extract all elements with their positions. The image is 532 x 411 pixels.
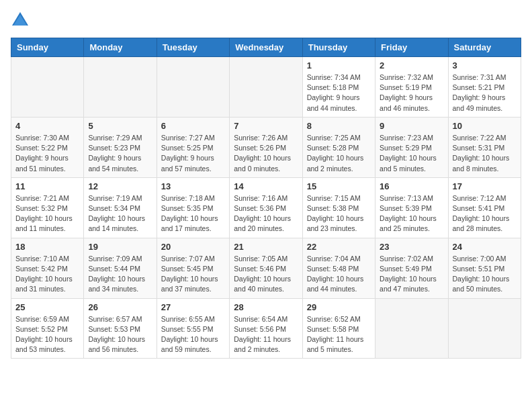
day-number: 3 [453, 60, 517, 71]
logo-icon [11, 11, 30, 30]
calendar-cell [375, 298, 448, 359]
column-header-friday: Friday [375, 38, 448, 57]
day-info: Sunrise: 7:30 AMSunset: 5:22 PMDaylight:… [15, 133, 79, 174]
day-info: Sunrise: 7:10 AMSunset: 5:42 PMDaylight:… [15, 254, 79, 295]
calendar-cell: 6Sunrise: 7:27 AMSunset: 5:25 PMDaylight… [157, 117, 229, 177]
calendar-cell [84, 57, 157, 118]
day-number: 12 [88, 181, 152, 191]
day-info: Sunrise: 7:12 AMSunset: 5:41 PMDaylight:… [453, 193, 517, 234]
column-header-saturday: Saturday [448, 38, 521, 57]
day-number: 4 [15, 121, 79, 131]
day-number: 23 [380, 242, 443, 252]
day-number: 16 [380, 181, 443, 191]
column-header-monday: Monday [84, 38, 157, 57]
day-info: Sunrise: 7:32 AMSunset: 5:19 PMDaylight:… [380, 73, 443, 113]
day-number: 24 [453, 242, 517, 252]
day-info: Sunrise: 6:54 AMSunset: 5:56 PMDaylight:… [234, 314, 298, 355]
calendar-cell: 12Sunrise: 7:19 AMSunset: 5:34 PMDayligh… [84, 177, 157, 238]
calendar-cell: 19Sunrise: 7:09 AMSunset: 5:44 PMDayligh… [84, 238, 157, 298]
calendar-cell: 5Sunrise: 7:29 AMSunset: 5:23 PMDaylight… [84, 117, 157, 177]
day-number: 1 [307, 60, 371, 71]
day-info: Sunrise: 7:04 AMSunset: 5:48 PMDaylight:… [307, 254, 371, 295]
day-info: Sunrise: 7:13 AMSunset: 5:39 PMDaylight:… [380, 193, 443, 234]
calendar-cell: 13Sunrise: 7:18 AMSunset: 5:35 PMDayligh… [157, 177, 229, 238]
day-info: Sunrise: 7:34 AMSunset: 5:18 PMDaylight:… [307, 73, 371, 113]
calendar-cell: 11Sunrise: 7:21 AMSunset: 5:32 PMDayligh… [11, 177, 84, 238]
day-number: 19 [88, 242, 152, 252]
day-info: Sunrise: 7:07 AMSunset: 5:45 PMDaylight:… [161, 254, 225, 295]
day-number: 29 [307, 302, 371, 312]
day-number: 20 [161, 242, 225, 252]
calendar-cell: 24Sunrise: 7:00 AMSunset: 5:51 PMDayligh… [448, 238, 521, 298]
week-row-2: 11Sunrise: 7:21 AMSunset: 5:32 PMDayligh… [11, 177, 521, 238]
day-info: Sunrise: 7:18 AMSunset: 5:35 PMDaylight:… [161, 193, 225, 234]
day-info: Sunrise: 6:52 AMSunset: 5:58 PMDaylight:… [307, 314, 371, 355]
column-header-thursday: Thursday [302, 38, 375, 57]
calendar-cell: 28Sunrise: 6:54 AMSunset: 5:56 PMDayligh… [230, 298, 302, 359]
calendar-cell [230, 57, 302, 118]
day-info: Sunrise: 7:31 AMSunset: 5:21 PMDaylight:… [453, 73, 517, 113]
day-number: 10 [453, 121, 517, 131]
day-number: 7 [234, 121, 298, 131]
week-row-0: 1Sunrise: 7:34 AMSunset: 5:18 PMDaylight… [11, 57, 521, 118]
day-info: Sunrise: 7:26 AMSunset: 5:26 PMDaylight:… [234, 133, 298, 174]
calendar-cell: 20Sunrise: 7:07 AMSunset: 5:45 PMDayligh… [157, 238, 229, 298]
day-info: Sunrise: 7:09 AMSunset: 5:44 PMDaylight:… [88, 254, 152, 295]
day-info: Sunrise: 7:22 AMSunset: 5:31 PMDaylight:… [453, 133, 517, 174]
page-header [11, 11, 521, 30]
day-number: 17 [453, 181, 517, 191]
calendar-cell: 1Sunrise: 7:34 AMSunset: 5:18 PMDaylight… [302, 57, 375, 118]
calendar-table: SundayMondayTuesdayWednesdayThursdayFrid… [11, 38, 521, 359]
day-number: 21 [234, 242, 298, 252]
day-number: 5 [88, 121, 152, 131]
calendar-cell [157, 57, 229, 118]
calendar-cell: 17Sunrise: 7:12 AMSunset: 5:41 PMDayligh… [448, 177, 521, 238]
calendar-cell: 21Sunrise: 7:05 AMSunset: 5:46 PMDayligh… [230, 238, 302, 298]
week-row-1: 4Sunrise: 7:30 AMSunset: 5:22 PMDaylight… [11, 117, 521, 177]
calendar-cell: 14Sunrise: 7:16 AMSunset: 5:36 PMDayligh… [230, 177, 302, 238]
day-info: Sunrise: 6:57 AMSunset: 5:53 PMDaylight:… [88, 314, 152, 355]
day-info: Sunrise: 7:25 AMSunset: 5:28 PMDaylight:… [307, 133, 371, 174]
day-number: 9 [380, 121, 443, 131]
calendar-cell: 10Sunrise: 7:22 AMSunset: 5:31 PMDayligh… [448, 117, 521, 177]
day-number: 2 [380, 60, 443, 71]
day-number: 27 [161, 302, 225, 312]
day-number: 8 [307, 121, 371, 131]
calendar-header-row: SundayMondayTuesdayWednesdayThursdayFrid… [11, 38, 521, 57]
day-info: Sunrise: 6:59 AMSunset: 5:52 PMDaylight:… [15, 314, 79, 355]
day-info: Sunrise: 7:00 AMSunset: 5:51 PMDaylight:… [453, 254, 517, 295]
calendar-cell: 3Sunrise: 7:31 AMSunset: 5:21 PMDaylight… [448, 57, 521, 118]
day-number: 28 [234, 302, 298, 312]
logo [11, 11, 32, 30]
day-number: 22 [307, 242, 371, 252]
day-info: Sunrise: 7:21 AMSunset: 5:32 PMDaylight:… [15, 193, 79, 234]
day-info: Sunrise: 7:29 AMSunset: 5:23 PMDaylight:… [88, 133, 152, 174]
calendar-cell: 18Sunrise: 7:10 AMSunset: 5:42 PMDayligh… [11, 238, 84, 298]
day-number: 15 [307, 181, 371, 191]
day-info: Sunrise: 6:55 AMSunset: 5:55 PMDaylight:… [161, 314, 225, 355]
calendar-cell: 15Sunrise: 7:15 AMSunset: 5:38 PMDayligh… [302, 177, 375, 238]
calendar-cell: 8Sunrise: 7:25 AMSunset: 5:28 PMDaylight… [302, 117, 375, 177]
column-header-wednesday: Wednesday [230, 38, 302, 57]
week-row-4: 25Sunrise: 6:59 AMSunset: 5:52 PMDayligh… [11, 298, 521, 359]
day-number: 18 [15, 242, 79, 252]
calendar-cell: 25Sunrise: 6:59 AMSunset: 5:52 PMDayligh… [11, 298, 84, 359]
column-header-sunday: Sunday [11, 38, 84, 57]
day-info: Sunrise: 7:19 AMSunset: 5:34 PMDaylight:… [88, 193, 152, 234]
day-number: 13 [161, 181, 225, 191]
column-header-tuesday: Tuesday [157, 38, 229, 57]
calendar-cell: 23Sunrise: 7:02 AMSunset: 5:49 PMDayligh… [375, 238, 448, 298]
day-info: Sunrise: 7:15 AMSunset: 5:38 PMDaylight:… [307, 193, 371, 234]
calendar-cell: 22Sunrise: 7:04 AMSunset: 5:48 PMDayligh… [302, 238, 375, 298]
calendar-cell: 26Sunrise: 6:57 AMSunset: 5:53 PMDayligh… [84, 298, 157, 359]
calendar-cell: 9Sunrise: 7:23 AMSunset: 5:29 PMDaylight… [375, 117, 448, 177]
calendar-cell: 4Sunrise: 7:30 AMSunset: 5:22 PMDaylight… [11, 117, 84, 177]
week-row-3: 18Sunrise: 7:10 AMSunset: 5:42 PMDayligh… [11, 238, 521, 298]
day-info: Sunrise: 7:16 AMSunset: 5:36 PMDaylight:… [234, 193, 298, 234]
day-info: Sunrise: 7:05 AMSunset: 5:46 PMDaylight:… [234, 254, 298, 295]
calendar-cell: 7Sunrise: 7:26 AMSunset: 5:26 PMDaylight… [230, 117, 302, 177]
calendar-cell: 27Sunrise: 6:55 AMSunset: 5:55 PMDayligh… [157, 298, 229, 359]
day-info: Sunrise: 7:23 AMSunset: 5:29 PMDaylight:… [380, 133, 443, 174]
day-number: 6 [161, 121, 225, 131]
calendar-cell [448, 298, 521, 359]
